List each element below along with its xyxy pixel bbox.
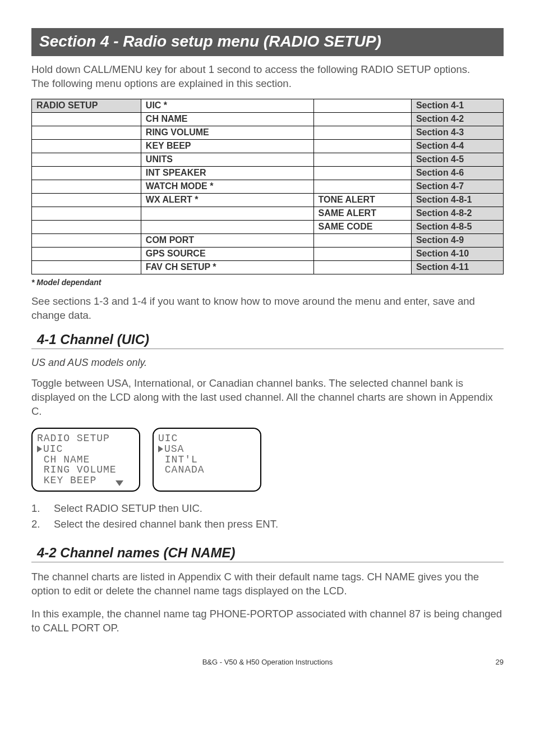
- table-cell: [32, 233, 141, 247]
- section-4-2-paragraph-2: In this example, the channel name tag PH…: [31, 607, 504, 635]
- table-cell: Section 4-7: [411, 180, 503, 193]
- footer-center-text: B&G - V50 & H50 Operation Instructions: [202, 658, 333, 666]
- table-cell: Section 4-8-2: [411, 207, 503, 220]
- table-cell: [141, 220, 313, 233]
- table-row: RING VOLUMESection 4-3: [32, 126, 504, 139]
- see-sections-paragraph: See sections 1-3 and 1-4 if you want to …: [31, 295, 504, 323]
- intro-paragraph: Hold down CALL/MENU key for about 1 seco…: [31, 63, 504, 91]
- table-cell: [32, 139, 141, 153]
- table-cell: [141, 207, 313, 220]
- down-arrow-icon: [116, 480, 123, 486]
- lcd-screen-radio-setup: RADIO SETUP UIC CH NAME RING VOLUME KEY …: [31, 428, 140, 492]
- page-footer: B&G - V50 & H50 Operation Instructions 2…: [31, 658, 504, 666]
- table-cell: SAME ALERT: [313, 207, 411, 220]
- table-row: UNITSSection 4-5: [32, 153, 504, 166]
- table-cell: CH NAME: [141, 112, 313, 126]
- lcd1-line2: UIC: [43, 443, 63, 455]
- table-row: RADIO SETUPUIC *Section 4-1: [32, 99, 504, 112]
- pointer-icon: [37, 446, 42, 452]
- section-4-1-heading: 4-1 Channel (UIC): [31, 332, 504, 349]
- lcd2-line3: INT'L: [158, 454, 198, 465]
- step-text: Select RADIO SETUP then UIC.: [54, 501, 202, 517]
- table-row: KEY BEEPSection 4-4: [32, 139, 504, 153]
- table-cell: UNITS: [141, 153, 313, 166]
- lcd2-line1: UIC: [158, 433, 178, 444]
- table-cell: UIC *: [141, 99, 313, 112]
- table-cell: KEY BEEP: [141, 139, 313, 153]
- step-number: 1.: [31, 501, 54, 517]
- table-cell: Section 4-11: [411, 260, 503, 274]
- table-cell: RING VOLUME: [141, 126, 313, 139]
- table-cell: FAV CH SETUP *: [141, 260, 313, 274]
- lcd1-line4: RING VOLUME: [37, 464, 117, 475]
- lcd1-line1: RADIO SETUP: [37, 433, 110, 444]
- list-item: 2. Select the desired channel bank then …: [31, 516, 504, 533]
- lcd-screen-uic: UIC USA INT'L CANADA: [153, 428, 261, 492]
- intro-line-1: Hold down CALL/MENU key for about 1 seco…: [31, 63, 470, 75]
- table-row: FAV CH SETUP *Section 4-11: [32, 260, 504, 274]
- section-4-2-paragraph-1: The channel charts are listed in Appendi…: [31, 570, 504, 598]
- table-cell: [313, 139, 411, 153]
- table-cell: Section 4-4: [411, 139, 503, 153]
- page-number: 29: [496, 658, 504, 666]
- section-4-1-steps: 1. Select RADIO SETUP then UIC. 2. Selec…: [31, 501, 504, 533]
- table-cell: Section 4-2: [411, 112, 503, 126]
- table-cell: [32, 193, 141, 207]
- table-cell: Section 4-10: [411, 247, 503, 260]
- list-item: 1. Select RADIO SETUP then UIC.: [31, 501, 504, 517]
- table-cell: Section 4-5: [411, 153, 503, 166]
- table-cell: Section 4-3: [411, 126, 503, 139]
- step-text: Select the desired channel bank then pre…: [54, 516, 278, 533]
- table-row: COM PORTSection 4-9: [32, 233, 504, 247]
- model-dependant-footnote: * Model dependant: [31, 278, 504, 287]
- table-cell: [32, 247, 141, 260]
- table-cell: Section 4-8-1: [411, 193, 503, 207]
- table-cell: [313, 112, 411, 126]
- table-cell: [32, 153, 141, 166]
- table-row: SAME CODESection 4-8-5: [32, 220, 504, 233]
- table-cell: [32, 180, 141, 193]
- table-cell: [313, 153, 411, 166]
- table-cell: WATCH MODE *: [141, 180, 313, 193]
- table-cell: COM PORT: [141, 233, 313, 247]
- table-cell: [313, 166, 411, 180]
- lcd1-line3: CH NAME: [37, 454, 90, 465]
- section-4-1-paragraph: Toggle between USA, International, or Ca…: [31, 377, 504, 419]
- table-cell: [32, 166, 141, 180]
- table-cell: [313, 233, 411, 247]
- table-cell: [32, 126, 141, 139]
- table-cell: [32, 260, 141, 274]
- table-cell: [313, 126, 411, 139]
- lcd-screens-row: RADIO SETUP UIC CH NAME RING VOLUME KEY …: [31, 428, 504, 492]
- table-cell: Section 4-9: [411, 233, 503, 247]
- table-cell: INT SPEAKER: [141, 166, 313, 180]
- table-row: WATCH MODE *Section 4-7: [32, 180, 504, 193]
- table-cell: SAME CODE: [313, 220, 411, 233]
- pointer-icon: [158, 446, 163, 452]
- table-cell: [313, 180, 411, 193]
- table-row: INT SPEAKERSection 4-6: [32, 166, 504, 180]
- table-cell: [313, 99, 411, 112]
- lcd2-line2: USA: [164, 443, 184, 455]
- table-cell: [313, 260, 411, 274]
- table-cell: Section 4-1: [411, 99, 503, 112]
- table-cell: WX ALERT *: [141, 193, 313, 207]
- intro-line-2: The following menu options are explained…: [31, 77, 292, 89]
- table-cell: TONE ALERT: [313, 193, 411, 207]
- table-cell: [313, 247, 411, 260]
- section-4-2-heading: 4-2 Channel names (CH NAME): [31, 545, 504, 562]
- table-cell: Section 4-8-5: [411, 220, 503, 233]
- table-row: CH NAMESection 4-2: [32, 112, 504, 126]
- table-cell: RADIO SETUP: [32, 99, 141, 112]
- table-cell: [32, 112, 141, 126]
- lcd2-line4: CANADA: [158, 464, 205, 475]
- radio-setup-table: RADIO SETUPUIC *Section 4-1CH NAMESectio…: [31, 99, 504, 274]
- table-row: WX ALERT *TONE ALERTSection 4-8-1: [32, 193, 504, 207]
- section-4-banner: Section 4 - Radio setup menu (RADIO SETU…: [31, 28, 504, 56]
- section-4-1-subnote: US and AUS models only.: [31, 357, 504, 369]
- table-cell: [32, 207, 141, 220]
- lcd1-line5: KEY BEEP: [37, 475, 96, 486]
- table-row: GPS SOURCESection 4-10: [32, 247, 504, 260]
- table-row: SAME ALERTSection 4-8-2: [32, 207, 504, 220]
- table-cell: GPS SOURCE: [141, 247, 313, 260]
